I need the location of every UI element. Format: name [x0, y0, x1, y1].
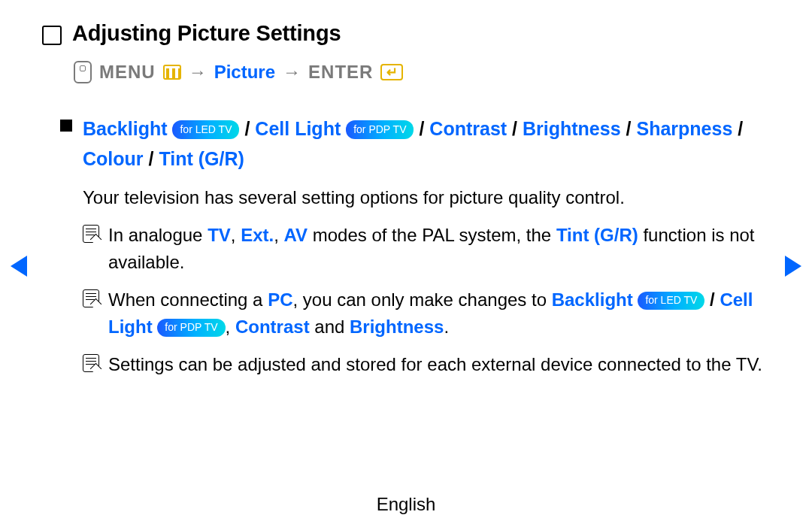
separator: / — [419, 118, 429, 139]
led-tv-pill: for LED TV — [638, 292, 704, 310]
note-1-text: In analogue TV, Ext., AV modes of the PA… — [108, 222, 785, 276]
contrast-term: Contrast — [235, 316, 310, 337]
opt-sharpness: Sharpness — [636, 118, 732, 139]
brightness-term: Brightness — [350, 316, 444, 337]
enter-icon — [380, 64, 403, 80]
opt-colour: Colour — [83, 148, 144, 169]
text: , — [226, 316, 235, 337]
note-icon — [83, 225, 99, 243]
note-2: When connecting a PC, you can only make … — [83, 286, 785, 341]
breadcrumb: MENU → Picture → ENTER — [74, 61, 785, 83]
text: and — [310, 316, 350, 337]
bullet-icon — [60, 120, 72, 132]
backlight-term: Backlight — [552, 289, 633, 310]
picture-options-list: Backlight for LED TV / Cell Light for PD… — [83, 114, 785, 174]
note-3-text: Settings can be adjusted and stored for … — [108, 351, 762, 378]
text: When connecting a — [108, 289, 268, 310]
prev-page-button[interactable] — [11, 256, 27, 277]
opt-brightness: Brightness — [523, 118, 621, 139]
page-title: Adjusting Picture Settings — [72, 21, 341, 46]
arrow-icon: → — [283, 62, 301, 83]
breadcrumb-picture: Picture — [214, 62, 275, 83]
pc-term: PC — [268, 289, 292, 310]
next-page-button[interactable] — [785, 256, 801, 277]
separator: / — [738, 118, 743, 139]
page-header: Adjusting Picture Settings — [42, 21, 785, 46]
led-tv-pill: for LED TV — [172, 120, 239, 139]
ext-term: Ext. — [241, 225, 274, 245]
breadcrumb-menu: MENU — [99, 62, 156, 83]
pdp-tv-pill: for PDP TV — [157, 319, 225, 337]
text: In analogue — [108, 225, 208, 245]
separator: / — [149, 148, 159, 169]
text: , — [231, 225, 241, 245]
opt-cell-light: Cell Light — [255, 118, 341, 139]
manual-page: Adjusting Picture Settings MENU → Pictur… — [0, 0, 812, 530]
separator: / — [626, 118, 637, 139]
text: , you can only make changes to — [292, 289, 551, 310]
separator: / — [244, 118, 255, 139]
arrow-icon: → — [189, 62, 207, 83]
note-3: Settings can be adjusted and stored for … — [83, 351, 785, 378]
language-label: English — [0, 494, 812, 515]
pdp-tv-pill: for PDP TV — [346, 120, 414, 139]
text: . — [444, 316, 449, 337]
note-2-text: When connecting a PC, you can only make … — [108, 286, 785, 341]
opt-tint: Tint (G/R) — [159, 148, 244, 169]
separator: / — [710, 289, 720, 310]
av-term: AV — [284, 225, 308, 245]
note-icon — [83, 289, 99, 307]
note-1: In analogue TV, Ext., AV modes of the PA… — [83, 222, 785, 276]
remote-icon — [74, 61, 92, 83]
separator: / — [512, 118, 523, 139]
section-icon — [42, 26, 62, 45]
breadcrumb-enter: ENTER — [308, 62, 373, 83]
options-row: Backlight for LED TV / Cell Light for PD… — [60, 114, 785, 174]
opt-contrast: Contrast — [429, 118, 507, 139]
description-text: Your television has several setting opti… — [83, 184, 785, 211]
note-icon — [83, 354, 99, 372]
tint-term: Tint (G/R) — [556, 225, 638, 245]
text: , — [274, 225, 283, 245]
tv-term: TV — [208, 225, 231, 245]
opt-backlight: Backlight — [83, 118, 168, 139]
menu-icon — [163, 65, 181, 80]
content: Backlight for LED TV / Cell Light for PD… — [60, 114, 785, 378]
text: modes of the PAL system, the — [308, 225, 556, 245]
